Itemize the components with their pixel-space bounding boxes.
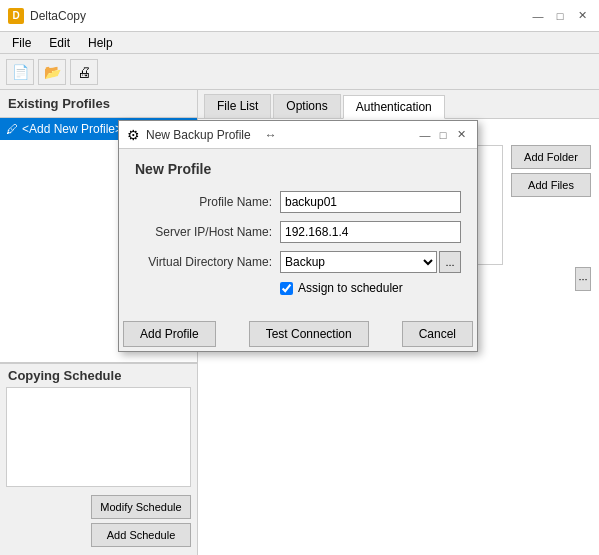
browse-button[interactable]: ... — [439, 251, 461, 273]
dialog-maximize-button[interactable]: □ — [435, 127, 451, 143]
dialog-title-bar: ⚙ New Backup Profile ↔ — □ ✕ — [119, 121, 477, 149]
assign-scheduler-checkbox[interactable] — [280, 282, 293, 295]
dialog-minimize-button[interactable]: — — [417, 127, 433, 143]
assign-scheduler-row: Assign to scheduler — [135, 281, 461, 295]
server-ip-input[interactable] — [280, 221, 461, 243]
profile-name-row: Profile Name: — [135, 191, 461, 213]
dialog-body: New Profile Profile Name: Server IP/Host… — [119, 149, 477, 321]
new-backup-profile-dialog: ⚙ New Backup Profile ↔ — □ ✕ New Profile… — [118, 120, 478, 352]
modal-overlay: ⚙ New Backup Profile ↔ — □ ✕ New Profile… — [0, 0, 599, 555]
server-ip-label: Server IP/Host Name: — [135, 225, 280, 239]
cancel-button[interactable]: Cancel — [402, 321, 473, 347]
dialog-transfer-icon: ↔ — [265, 128, 277, 142]
dialog-title-text: New Backup Profile — [146, 128, 251, 142]
dialog-settings-icon: ⚙ — [127, 127, 140, 143]
server-ip-row: Server IP/Host Name: — [135, 221, 461, 243]
dialog-close-button[interactable]: ✕ — [453, 127, 469, 143]
profile-name-input[interactable] — [280, 191, 461, 213]
virtual-dir-label: Virtual Directory Name: — [135, 255, 280, 269]
profile-name-label: Profile Name: — [135, 195, 280, 209]
dialog-heading: New Profile — [135, 161, 461, 177]
test-connection-button[interactable]: Test Connection — [249, 321, 369, 347]
add-profile-button[interactable]: Add Profile — [123, 321, 216, 347]
dialog-footer: Add Profile Test Connection Cancel — [119, 321, 477, 351]
assign-scheduler-label: Assign to scheduler — [298, 281, 403, 295]
virtual-dir-select[interactable]: Backup — [280, 251, 437, 273]
virtual-dir-row: Virtual Directory Name: Backup ... — [135, 251, 461, 273]
